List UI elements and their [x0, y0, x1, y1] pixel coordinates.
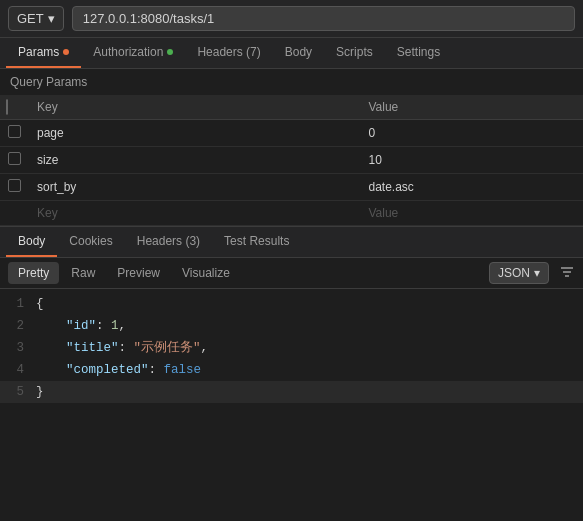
method-label: GET [17, 11, 44, 26]
row3-value[interactable]: date.asc [360, 174, 583, 201]
row2-checkbox[interactable] [8, 152, 21, 165]
resp-cookies-label: Cookies [69, 234, 112, 248]
method-select[interactable]: GET ▾ [8, 6, 64, 31]
col-value-header: Value [360, 95, 583, 120]
format-select[interactable]: JSON ▾ [489, 262, 549, 284]
line-num-3: 3 [0, 338, 36, 358]
row1-key[interactable]: page [29, 120, 360, 147]
tab-headers[interactable]: Headers (7) [185, 38, 272, 68]
json-line-3: 3 "title": "示例任务", [0, 337, 583, 359]
request-tabs: Params Authorization Headers (7) Body Sc… [0, 38, 583, 69]
row2-value[interactable]: 10 [360, 147, 583, 174]
tab-scripts[interactable]: Scripts [324, 38, 385, 68]
url-bar: GET ▾ [0, 0, 583, 38]
url-input[interactable] [72, 6, 575, 31]
line-num-2: 2 [0, 316, 36, 336]
query-params-label: Query Params [0, 69, 583, 95]
view-tab-preview[interactable]: Preview [107, 262, 170, 284]
row3-checkbox[interactable] [8, 179, 21, 192]
resp-test-results-label: Test Results [224, 234, 289, 248]
json-line-2: 2 "id": 1, [0, 315, 583, 337]
json-content-4: "completed": false [36, 360, 583, 380]
json-content-3: "title": "示例任务", [36, 338, 583, 358]
format-label: JSON [498, 266, 530, 280]
auth-dot [167, 49, 173, 55]
table-row: size 10 [0, 147, 583, 174]
resp-headers-label: Headers (3) [137, 234, 200, 248]
raw-label: Raw [71, 266, 95, 280]
tab-authorization-label: Authorization [93, 45, 163, 59]
resp-tab-test-results[interactable]: Test Results [212, 227, 301, 257]
table-row-empty: Key Value [0, 201, 583, 226]
table-row: sort_by date.asc [0, 174, 583, 201]
json-line-1: 1 { [0, 293, 583, 315]
json-content-1: { [36, 294, 583, 314]
resp-tab-headers[interactable]: Headers (3) [125, 227, 212, 257]
tab-authorization[interactable]: Authorization [81, 38, 185, 68]
method-arrow-icon: ▾ [48, 11, 55, 26]
header-checkbox[interactable] [6, 99, 8, 115]
json-viewer: 1 { 2 "id": 1, 3 "title": "示例任务", 4 "com… [0, 289, 583, 407]
row3-key[interactable]: sort_by [29, 174, 360, 201]
row2-key[interactable]: size [29, 147, 360, 174]
line-num-4: 4 [0, 360, 36, 380]
table-row: page 0 [0, 120, 583, 147]
preview-label: Preview [117, 266, 160, 280]
filter-icon[interactable] [559, 264, 575, 283]
response-tabs: Body Cookies Headers (3) Test Results [0, 227, 583, 258]
line-num-5: 5 [0, 382, 36, 402]
visualize-label: Visualize [182, 266, 230, 280]
tab-scripts-label: Scripts [336, 45, 373, 59]
json-content-5: } [36, 382, 583, 402]
json-line-5: 5 } [0, 381, 583, 403]
resp-tab-cookies[interactable]: Cookies [57, 227, 124, 257]
row1-value[interactable]: 0 [360, 120, 583, 147]
view-tab-raw[interactable]: Raw [61, 262, 105, 284]
tab-settings-label: Settings [397, 45, 440, 59]
view-tabs: Pretty Raw Preview Visualize JSON ▾ [0, 258, 583, 289]
tab-body[interactable]: Body [273, 38, 324, 68]
col-key-header: Key [29, 95, 360, 120]
view-tab-pretty[interactable]: Pretty [8, 262, 59, 284]
format-arrow-icon: ▾ [534, 266, 540, 280]
tab-params-label: Params [18, 45, 59, 59]
resp-body-label: Body [18, 234, 45, 248]
params-table: Key Value page 0 size 10 sort_by date.as… [0, 95, 583, 226]
params-dot [63, 49, 69, 55]
tab-settings[interactable]: Settings [385, 38, 452, 68]
resp-tab-body[interactable]: Body [6, 227, 57, 257]
row1-checkbox[interactable] [8, 125, 21, 138]
line-num-1: 1 [0, 294, 36, 314]
json-line-4: 4 "completed": false [0, 359, 583, 381]
tab-body-label: Body [285, 45, 312, 59]
empty-key[interactable]: Key [29, 201, 360, 226]
tab-headers-label: Headers (7) [197, 45, 260, 59]
pretty-label: Pretty [18, 266, 49, 280]
tab-params[interactable]: Params [6, 38, 81, 68]
empty-value[interactable]: Value [360, 201, 583, 226]
json-content-2: "id": 1, [36, 316, 583, 336]
view-tab-visualize[interactable]: Visualize [172, 262, 240, 284]
